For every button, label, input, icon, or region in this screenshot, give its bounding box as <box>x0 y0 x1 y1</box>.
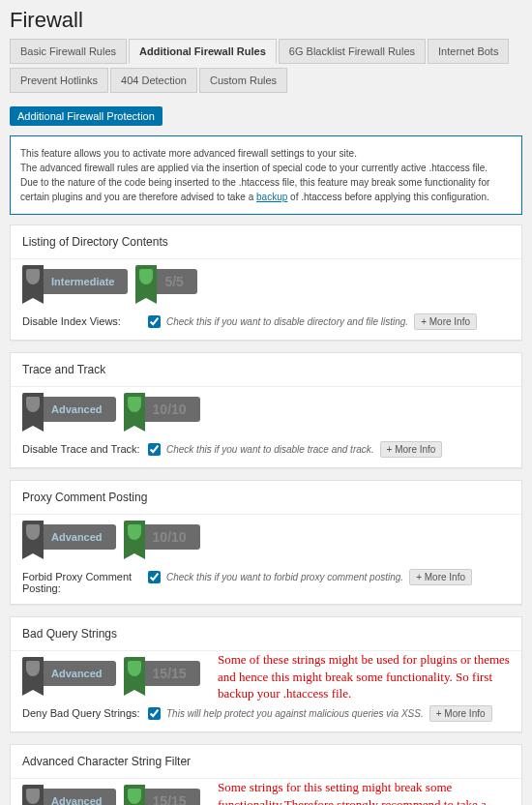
setting-checkbox[interactable] <box>148 443 161 456</box>
panel-4: Advanced Character String Filter Advance… <box>10 744 522 805</box>
shield-icon <box>135 265 157 298</box>
tab-bar: Basic Firewall RulesAdditional Firewall … <box>0 39 532 97</box>
badges: Intermediate 5/5 <box>11 259 521 304</box>
badges: Advanced 15/15 Some strings for this set… <box>11 779 521 805</box>
level-badge: Intermediate <box>22 269 128 294</box>
level-text: Advanced <box>44 531 116 543</box>
setting-label: Deny Bad Query Strings: <box>22 705 148 719</box>
shield-icon <box>22 657 44 690</box>
shield-icon <box>22 265 44 298</box>
level-badge: Advanced <box>22 789 116 805</box>
tab-basic-firewall-rules[interactable]: Basic Firewall Rules <box>10 39 127 64</box>
section-header: Additional Firewall Protection <box>10 106 163 126</box>
tab-404-detection[interactable]: 404 Detection <box>110 68 197 93</box>
setting-checkbox[interactable] <box>148 571 161 583</box>
backup-link[interactable]: backup <box>256 192 287 202</box>
shield-icon <box>22 393 44 426</box>
level-badge: Advanced <box>22 524 116 550</box>
level-text: Advanced <box>44 403 116 415</box>
badges: Advanced 15/15 Some of these strings mig… <box>11 651 521 696</box>
tab-additional-firewall-rules[interactable]: Additional Firewall Rules <box>129 39 277 64</box>
panel-3: Bad Query Strings Advanced 15/15 Some of… <box>10 616 522 732</box>
score-text: 10/10 <box>145 402 200 417</box>
more-info-button[interactable]: + More Info <box>429 705 492 722</box>
more-info-button[interactable]: + More Info <box>409 569 472 585</box>
more-info-button[interactable]: + More Info <box>380 441 443 458</box>
tab-prevent-hotlinks[interactable]: Prevent Hotlinks <box>10 68 108 93</box>
setting-desc: This will help protect you against malic… <box>166 708 424 719</box>
shield-icon <box>124 785 145 805</box>
shield-icon <box>124 393 145 426</box>
setting-row: Disable Index Views: Check this if you w… <box>11 304 521 340</box>
panel-1: Trace and Track Advanced 10/10 Disable T… <box>10 352 522 468</box>
setting-row: Disable Trace and Track: Check this if y… <box>11 432 521 467</box>
setting-label: Forbid Proxy Comment Posting: <box>22 569 148 594</box>
shield-icon <box>22 521 44 553</box>
more-info-button[interactable]: + More Info <box>414 313 477 330</box>
shield-icon <box>22 785 44 805</box>
setting-label: Disable Index Views: <box>22 313 148 327</box>
score-text: 10/10 <box>145 529 200 545</box>
shield-icon <box>124 657 145 690</box>
score-badge: 15/15 <box>124 661 200 686</box>
setting-desc: Check this if you want to forbid proxy c… <box>166 572 403 582</box>
panel-0: Listing of Directory Contents Intermedia… <box>10 224 522 341</box>
level-text: Advanced <box>44 668 116 679</box>
panel-2: Proxy Comment Posting Advanced 10/10 For… <box>10 480 522 605</box>
level-badge: Advanced <box>22 661 116 686</box>
tab-internet-bots[interactable]: Internet Bots <box>428 39 509 64</box>
info-line: This feature allows you to activate more… <box>20 146 512 161</box>
score-text: 5/5 <box>157 274 196 289</box>
tab-6g-blacklist-firewall-rules[interactable]: 6G Blacklist Firewall Rules <box>279 39 426 64</box>
score-badge: 10/10 <box>124 397 200 422</box>
setting-desc: Check this if you want to disable direct… <box>166 316 408 327</box>
setting-label: Disable Trace and Track: <box>22 441 148 455</box>
setting-checkbox[interactable] <box>148 315 161 328</box>
shield-icon <box>124 521 145 553</box>
panel-title: Proxy Comment Posting <box>11 481 521 515</box>
badges: Advanced 10/10 <box>11 387 521 432</box>
panel-title: Bad Query Strings <box>11 617 521 651</box>
info-line: Due to the nature of the code being inse… <box>20 175 512 204</box>
panel-title: Trace and Track <box>11 353 521 387</box>
info-line: The advanced firewall rules are applied … <box>20 161 512 175</box>
score-text: 15/15 <box>145 793 200 805</box>
page-title: Firewall <box>0 0 532 39</box>
setting-desc: Check this if you want to disable trace … <box>166 444 374 455</box>
tab-custom-rules[interactable]: Custom Rules <box>199 68 287 93</box>
panel-title: Advanced Character String Filter <box>11 745 521 779</box>
score-badge: 10/10 <box>124 524 200 550</box>
level-text: Advanced <box>44 795 116 805</box>
score-badge: 15/15 <box>124 789 200 805</box>
badges: Advanced 10/10 <box>11 515 521 559</box>
annotation: Some of these strings might be used for … <box>218 651 521 702</box>
setting-row: Forbid Proxy Comment Posting: Check this… <box>11 559 521 604</box>
panel-title: Listing of Directory Contents <box>11 225 521 259</box>
level-text: Intermediate <box>44 276 128 287</box>
annotation: Some strings for this setting might brea… <box>218 779 521 805</box>
info-box: This feature allows you to activate more… <box>10 135 522 215</box>
score-text: 15/15 <box>145 666 200 681</box>
level-badge: Advanced <box>22 397 116 422</box>
score-badge: 5/5 <box>135 269 196 294</box>
setting-checkbox[interactable] <box>148 707 161 720</box>
